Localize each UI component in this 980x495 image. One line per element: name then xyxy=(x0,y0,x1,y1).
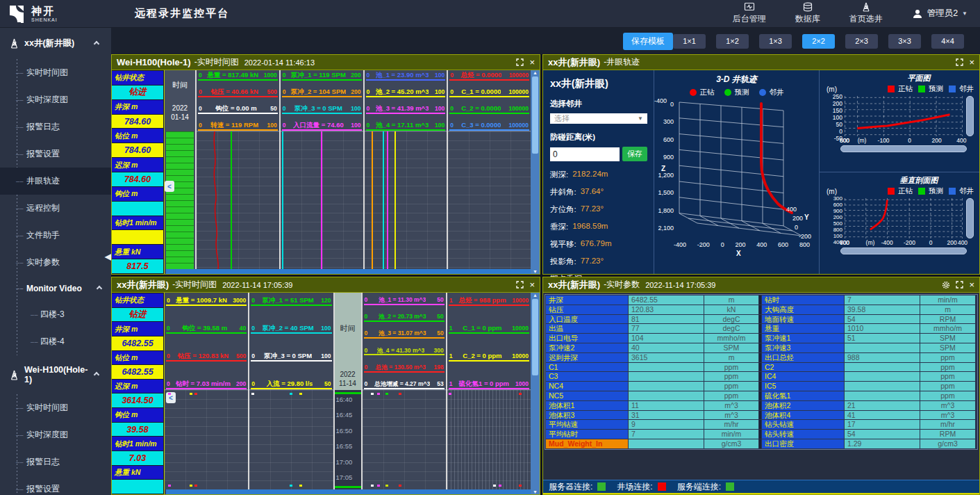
layout-button[interactable]: 1×2 xyxy=(716,34,749,49)
close-icon[interactable]: × xyxy=(529,280,535,289)
vertical-scrollbar[interactable]: ▲ ▼ xyxy=(531,293,540,494)
scroll-up-icon[interactable]: ▲ xyxy=(533,293,538,298)
curve-label[interactable]: 0 悬重 = 1009.7 kN 3000 xyxy=(166,297,247,306)
curve-label[interactable]: 0 总烃 = 0.0000 100000 xyxy=(449,72,529,81)
curve-label[interactable]: 0 C_2 = 0.0000 100000 xyxy=(449,105,529,114)
sidebar-item[interactable]: 四楼-4 xyxy=(0,328,111,355)
expand-icon[interactable] xyxy=(956,58,963,66)
scroll-thumb[interactable] xyxy=(532,299,538,375)
curve-label[interactable]: 1 C_1 = 0 ppm 10000 xyxy=(449,325,529,334)
close-icon[interactable]: × xyxy=(969,280,974,289)
sidebar-item[interactable]: 文件助手 xyxy=(0,222,111,249)
vertical-scrollbar[interactable]: ▲ ▼ xyxy=(531,70,540,274)
neighbor-select[interactable]: 选择 ▼ xyxy=(550,113,647,124)
layout-button[interactable]: 2×3 xyxy=(845,34,878,49)
sidebar-item[interactable]: 实时时间图 xyxy=(0,59,111,86)
curve-label[interactable]: 0 池_4 = 17.11 m^3 100 xyxy=(366,122,446,131)
curve-label[interactable]: 0 泵冲_2 = 104 SPM 200 xyxy=(282,88,362,97)
param-value: 39.58 xyxy=(845,305,920,314)
curve-label[interactable]: 0 池_2 = 20.73 m^3 50 xyxy=(364,314,445,322)
curve-label[interactable]: 0 池_1 = 11.30 m^3 50 xyxy=(364,297,445,305)
layout-button[interactable]: 1×1 xyxy=(673,34,706,49)
curve-label[interactable]: 0 总池增减 = 4.27 m^3 53 xyxy=(364,381,445,389)
curve-label[interactable]: 0 池_3 = 31.07 m^3 50 xyxy=(364,330,445,339)
curve-label[interactable]: 1 C_2 = 0 ppm 10000 xyxy=(449,352,529,362)
curve-label[interactable]: 0 池_3 = 41.39 m^3 100 xyxy=(366,105,446,114)
status-item: 服务器连接: xyxy=(549,481,606,493)
curve-label[interactable]: 0 泵冲_1 = 51 SPM 120 xyxy=(251,297,331,306)
sidebar-item[interactable]: 报警设置 xyxy=(0,476,111,495)
close-icon[interactable]: × xyxy=(969,58,974,67)
column-divider xyxy=(759,315,761,324)
curve-label[interactable]: 0 钻压 = 40.66 kN 500 xyxy=(198,88,278,97)
save-button[interactable]: 保存 xyxy=(622,147,647,161)
time-tick: 16:45 xyxy=(336,411,361,419)
curve-label[interactable]: 0 钩位 = 39.58 m 40 xyxy=(166,325,247,334)
param-value: 41 xyxy=(845,411,920,420)
layout-button[interactable]: 2×2 xyxy=(802,34,835,49)
sidebar-group-wei-h100[interactable]: Wei-H100(Hole-1) xyxy=(0,355,111,394)
curve-label[interactable]: 0 入口流量 = 74.60 100 xyxy=(282,122,362,131)
curve-label[interactable]: 0 C_3 = 0.0000 100000 xyxy=(449,122,529,131)
scroll-down-icon[interactable]: ▼ xyxy=(533,489,538,494)
layout-button[interactable]: 3×3 xyxy=(888,34,921,49)
sidebar-item[interactable]: 实时深度图 xyxy=(0,86,111,113)
sidebar-item[interactable]: 实时深度图 xyxy=(0,421,111,448)
sidebar-item[interactable]: Monitor Video xyxy=(0,276,111,301)
nav-home-well-select[interactable]: 首页选井 xyxy=(849,2,883,25)
curve-label[interactable]: 0 悬重 = 817.49 kN 1000 xyxy=(198,72,278,81)
sidebar-group-xx-well[interactable]: xx井(新井眼) xyxy=(0,28,111,59)
scroll-thumb[interactable] xyxy=(532,76,538,154)
expand-icon[interactable] xyxy=(516,58,524,66)
curve-label[interactable]: 0 入流 = 29.80 l/s 50 xyxy=(251,380,331,389)
curve-label[interactable]: 0 池_1 = 23.90 m^3 100 xyxy=(366,72,446,81)
sidebar-item[interactable]: 远程控制 xyxy=(0,195,111,222)
collision-distance-input[interactable] xyxy=(550,147,620,161)
expand-icon[interactable] xyxy=(516,281,524,289)
curve-label[interactable]: 0 钻压 = 120.83 kN 500 xyxy=(166,352,247,362)
close-icon[interactable]: × xyxy=(529,58,535,67)
gear-icon[interactable] xyxy=(942,281,950,289)
sidebar-item[interactable]: 报警日志 xyxy=(0,448,111,476)
scroll-up-icon[interactable]: ▲ xyxy=(533,70,538,75)
time-marker xyxy=(335,486,361,488)
sidebar-item[interactable]: 井眼轨迹 xyxy=(0,168,111,195)
layout-button[interactable]: 4×4 xyxy=(931,34,964,49)
sidebar-collapse-icon[interactable]: ◀ xyxy=(104,250,111,263)
sidebar-item[interactable]: 报警日志 xyxy=(0,113,111,140)
collapse-handle[interactable]: < xyxy=(165,181,174,192)
curve-label[interactable]: 1 总烃 = 988 ppm 10000 xyxy=(449,297,529,306)
horizontal-scrollbar[interactable] xyxy=(166,269,531,274)
curve-label[interactable]: 0 C_1 = 0.0000 100000 xyxy=(449,88,529,97)
sidebar-item[interactable]: 四楼-3 xyxy=(0,301,111,328)
horizontal-slider[interactable] xyxy=(840,248,967,254)
nav-backend-admin[interactable]: 后台管理 xyxy=(733,2,766,25)
save-template-button[interactable]: 保存模板 xyxy=(623,33,673,50)
sidebar-item[interactable]: 报警设置 xyxy=(0,140,111,168)
vertical-slider[interactable] xyxy=(966,96,974,136)
curve-label[interactable]: 0 总池 = 130.50 m^3 198 xyxy=(364,364,445,373)
horizontal-slider[interactable] xyxy=(840,145,967,152)
expand-icon[interactable] xyxy=(956,281,963,289)
curve-label[interactable]: 0 泵冲_3 = 0 SPM 100 xyxy=(251,352,331,362)
curve-label[interactable]: 0 钩位 = 0.00 m 50 xyxy=(198,105,278,114)
user-menu[interactable]: 管理员2 ▼ xyxy=(912,8,967,19)
curve-label[interactable]: 1 硫化氢1 = 0 ppm 1000 xyxy=(449,380,529,389)
curve-label[interactable]: 0 泵冲_3 = 0 SPM 100 xyxy=(282,105,362,114)
layout-button[interactable]: 1×3 xyxy=(759,34,792,49)
param-name: IC4 xyxy=(762,372,844,381)
curve-label[interactable]: 0 池_2 = 45.20 m^3 100 xyxy=(366,88,446,97)
horizontal-scrollbar[interactable] xyxy=(166,489,531,494)
curve-label[interactable]: 0 泵冲_2 = 40 SPM 100 xyxy=(251,325,331,334)
curve-label[interactable]: 0 泵冲_1 = 119 SPM 200 xyxy=(282,72,362,81)
scroll-down-icon[interactable]: ▼ xyxy=(533,269,538,274)
sidebar-item[interactable]: 实时参数 xyxy=(0,249,111,276)
axis-tick: 200 xyxy=(947,239,957,246)
curve-label[interactable]: 0 钻时 = 7.03 min/m 200 xyxy=(166,380,247,389)
curve-label[interactable]: 0 转速 = 119 RPM 100 xyxy=(198,122,278,131)
vertical-slider[interactable] xyxy=(966,198,974,238)
nav-database[interactable]: 数据库 xyxy=(795,2,820,25)
sidebar-item[interactable]: 实时时间图 xyxy=(0,394,111,421)
curve-line xyxy=(383,131,384,269)
curve-label[interactable]: 0 池_4 = 41.30 m^3 300 xyxy=(364,348,445,356)
